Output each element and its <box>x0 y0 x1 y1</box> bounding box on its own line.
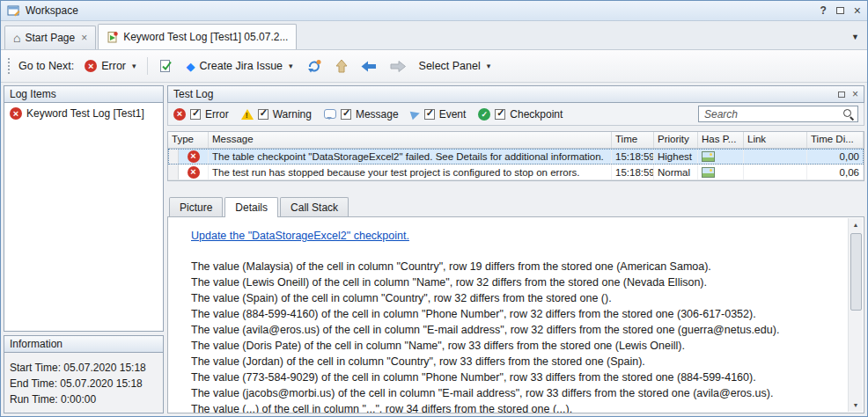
error-icon <box>85 60 97 72</box>
filter-message[interactable]: Message <box>324 108 399 121</box>
log-items-header: Log Items <box>4 85 164 103</box>
detail-line: The value (Doris Pate) of the cell in co… <box>191 338 837 354</box>
error-icon <box>10 107 22 120</box>
jira-icon: ◆ <box>187 61 195 72</box>
details-content: Update the "DataStorageExcel2" checkpoin… <box>168 217 864 413</box>
error-checkbox[interactable] <box>190 109 201 120</box>
column-header-link[interactable]: Link <box>744 132 807 148</box>
scroll-down-icon[interactable]: ▼ <box>849 399 863 412</box>
document-tab-strip: Start Page × Keyword Test Log [Test1] 05… <box>1 21 867 50</box>
column-header-has-picture[interactable]: Has P... <box>698 132 744 148</box>
details-scrollbar[interactable]: ▲ ▼ <box>848 218 863 412</box>
title-bar: Workspace <box>1 1 867 21</box>
create-jira-issue-button[interactable]: ◆ Create Jira Issue <box>184 58 296 74</box>
tree-item-keyword-test-log[interactable]: Keyword Test Log [Test1] <box>7 106 160 121</box>
home-icon <box>13 31 20 45</box>
information-header: Information <box>4 335 164 353</box>
detail-tab-strip: Picture Details Call Stack <box>167 197 864 216</box>
log-row-error-1[interactable]: The table checkpoint "DataStorageExcel2"… <box>168 149 864 165</box>
panel-title: Test Log <box>173 88 213 100</box>
cell-time: 15:18:59 <box>612 165 654 179</box>
toolbar-separator <box>147 57 148 75</box>
log-items-tree: Keyword Test Log [Test1] <box>4 103 164 332</box>
tab-keyword-test-log[interactable]: Keyword Test Log [Test1] 05.07.2... <box>98 24 297 49</box>
goto-next-error-button[interactable]: Error <box>82 58 138 74</box>
workspace-window: Workspace Start Page × Keyword Test Log … <box>0 0 868 417</box>
cell-has-picture <box>698 165 744 179</box>
panel-close-icon[interactable] <box>852 88 858 100</box>
filter-label: Warning <box>273 108 312 121</box>
log-table-header: Type Message Time Priority Has P... Link… <box>168 132 864 149</box>
window-title: Workspace <box>26 4 78 17</box>
column-header-priority[interactable]: Priority <box>654 132 698 148</box>
end-time: End Time: 05.07.2020 15:18 <box>10 376 158 391</box>
document-check-icon <box>158 59 173 74</box>
panel-float-icon[interactable] <box>838 91 845 98</box>
column-header-time[interactable]: Time <box>612 132 654 148</box>
detail-line: The value (Jordan) of the cell in column… <box>191 354 837 369</box>
filter-label: Error <box>205 108 229 121</box>
filter-checkpoint[interactable]: Checkpoint <box>478 108 563 121</box>
update-checkpoint-link[interactable]: Update the "DataStorageExcel2" checkpoin… <box>191 228 409 244</box>
detail-line: The value (jacobs@morbi.us) of the cell … <box>191 385 837 401</box>
scrollbar-thumb[interactable] <box>850 233 862 311</box>
tab-label: Keyword Test Log [Test1] 05.07.2... <box>123 31 288 43</box>
detail-line: The value (...) of the cell in column ".… <box>191 401 837 413</box>
error-icon <box>188 150 200 163</box>
float-window-icon[interactable] <box>836 7 844 14</box>
checkpoint-icon <box>478 108 490 121</box>
column-header-type[interactable]: Type <box>168 132 209 148</box>
close-window-icon[interactable] <box>854 4 861 18</box>
checkpoint-checkbox[interactable] <box>495 109 505 120</box>
detail-line: The value (Malaysia) of the cell in colu… <box>191 259 837 274</box>
tab-picture[interactable]: Picture <box>169 197 223 216</box>
panel-title: Log Items <box>10 88 56 100</box>
help-icon[interactable] <box>820 4 826 17</box>
warning-checkbox[interactable] <box>258 109 268 120</box>
event-checkbox[interactable] <box>424 109 435 120</box>
search-input[interactable] <box>698 106 858 122</box>
log-items-panel: Log Items Keyword Test Log [Test1] <box>4 85 164 332</box>
tab-call-stack[interactable]: Call Stack <box>280 197 349 216</box>
detail-line: The value (Lewis Oneill) of the cell in … <box>191 274 837 290</box>
picture-icon <box>702 151 715 162</box>
filter-warning[interactable]: Warning <box>241 108 312 121</box>
filter-event[interactable]: Event <box>411 108 467 121</box>
cell-time-diff: 0,00 <box>807 149 864 164</box>
back-arrow-icon <box>361 61 377 72</box>
move-up-button[interactable] <box>333 57 350 75</box>
forward-arrow-icon <box>390 61 406 72</box>
validate-log-button[interactable] <box>156 57 176 76</box>
log-row-error-2[interactable]: The test run has stopped because your te… <box>168 165 864 180</box>
select-panel-button[interactable]: Select Panel <box>416 58 494 74</box>
cell-priority: Normal <box>654 165 698 179</box>
cell-time: 15:18:59 <box>612 149 654 164</box>
scroll-up-icon[interactable]: ▲ <box>849 218 863 231</box>
message-icon <box>324 109 336 119</box>
forward-button[interactable] <box>387 59 408 74</box>
message-checkbox[interactable] <box>341 109 351 120</box>
rerun-test-button[interactable] <box>304 57 325 75</box>
search-icon[interactable] <box>843 109 854 120</box>
filter-label: Message <box>356 108 399 121</box>
warning-icon <box>241 109 254 120</box>
rerun-icon <box>306 59 322 73</box>
toolbar-grip[interactable] <box>8 58 11 74</box>
error-icon <box>173 108 186 121</box>
back-button[interactable] <box>358 59 379 74</box>
log-table: Type Message Time Priority Has P... Link… <box>167 131 864 181</box>
left-column: Log Items Keyword Test Log [Test1] Infor… <box>4 85 164 413</box>
tab-list-chevron-icon[interactable]: ▼ <box>851 33 859 41</box>
tab-start-page[interactable]: Start Page × <box>4 26 96 49</box>
test-log-panel: Test Log Error Warning <box>167 85 864 413</box>
main-toolbar: Go to Next: Error ◆ Create Jira Issue Se… <box>1 50 867 83</box>
test-log-header: Test Log <box>167 85 864 103</box>
column-header-time-diff[interactable]: Time Di... <box>807 132 864 148</box>
column-header-message[interactable]: Message <box>209 132 612 148</box>
tab-details[interactable]: Details <box>224 197 278 217</box>
cell-priority: Highest <box>654 149 698 164</box>
filter-error[interactable]: Error <box>173 108 229 121</box>
event-icon <box>409 108 421 120</box>
tab-close-icon[interactable]: × <box>81 32 87 44</box>
goto-next-label: Go to Next: <box>18 60 74 72</box>
